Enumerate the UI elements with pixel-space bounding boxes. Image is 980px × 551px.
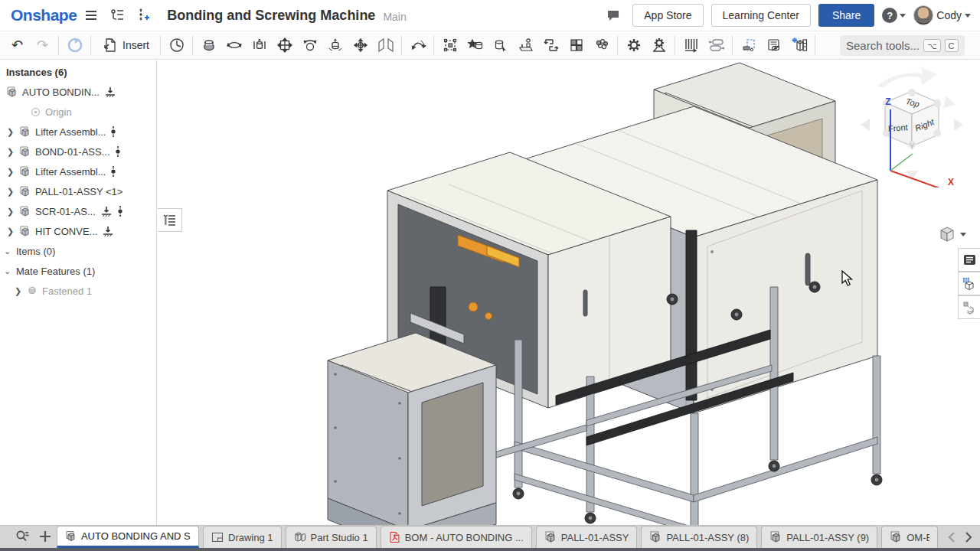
window-bottom-strip: [0, 548, 980, 551]
slider-mate-icon[interactable]: [247, 34, 272, 57]
help-menu[interactable]: ?: [882, 8, 906, 23]
in-context-icon[interactable]: [538, 34, 564, 57]
versions-icon[interactable]: [106, 4, 129, 27]
app-store-button[interactable]: App Store: [632, 4, 703, 27]
tab-pall-01-assy-9[interactable]: PALL-01-ASSY (9): [761, 526, 877, 548]
header: Onshape Bonding and Screwing Machine Mai…: [0, 0, 980, 31]
workspace-name[interactable]: Main: [383, 11, 406, 23]
assembly-icon: [19, 126, 31, 138]
expand-chevron-icon[interactable]: ❯: [6, 207, 15, 217]
axis-z-label: Z: [885, 96, 890, 107]
parallel-mate-icon[interactable]: [348, 34, 373, 57]
tab-assembly-main[interactable]: AUTO BONDING AND S...: [57, 526, 199, 548]
assembly-icon: [19, 226, 31, 237]
section-view-icon[interactable]: [736, 34, 761, 57]
help-caret-icon: [900, 14, 906, 18]
assembly-icon: [19, 166, 31, 178]
collapse-chevron-icon[interactable]: ⌄: [3, 266, 11, 276]
manage-gear-icon[interactable]: [621, 34, 646, 57]
fastened-mate-icon[interactable]: [196, 34, 221, 57]
view-mode-cube-icon: [939, 226, 956, 243]
mate-connector-icon: [110, 165, 116, 178]
instance-row-pall[interactable]: ❯ PALL-01-ASSY <1>: [0, 181, 156, 201]
tab-om-b[interactable]: OM-B: [881, 526, 938, 548]
revolute-mate-icon[interactable]: [221, 34, 247, 57]
mate-connector-icon: [110, 126, 116, 138]
expand-chevron-icon[interactable]: ❯: [6, 127, 15, 137]
instance-row-lifter-2[interactable]: ❯ Lifter Assembl...: [0, 161, 156, 181]
collapse-chevron-icon[interactable]: ⌄: [3, 246, 11, 256]
view-mode-button[interactable]: [939, 226, 966, 243]
update-icon[interactable]: [62, 34, 87, 57]
assembly-toolbar: ↶ ↷ Insert: [0, 31, 980, 60]
search-tabs-button[interactable]: [11, 526, 34, 547]
branch-icon[interactable]: [132, 4, 155, 27]
expand-chevron-icon[interactable]: ❯: [14, 286, 22, 296]
pattern-select-icon[interactable]: [488, 34, 513, 57]
configurations-icon[interactable]: [564, 34, 589, 57]
tabs-scroll-left-button[interactable]: [943, 528, 960, 546]
bom-table-icon[interactable]: [786, 34, 812, 57]
bom-panel-button[interactable]: [958, 272, 980, 295]
tab-pall-01-assy[interactable]: PALL-01-ASSY: [536, 526, 638, 548]
redo-icon[interactable]: ↷: [30, 34, 55, 57]
onshape-logo[interactable]: Onshape: [11, 6, 77, 24]
instance-row-bond[interactable]: ❯ BOND-01-ASS...: [0, 142, 156, 161]
group-icon[interactable]: [437, 34, 462, 57]
help-icon[interactable]: ?: [882, 8, 897, 23]
document-tab-bar: AUTO BONDING AND S... Drawing 1 Part Stu…: [0, 525, 980, 548]
tab-pall-01-assy-8[interactable]: PALL-01-ASSY (8): [641, 526, 757, 548]
instance-row-lifter-1[interactable]: ❯ Lifter Assembl...: [0, 122, 156, 142]
tab-bom-pdf[interactable]: BOM - AUTO BONDING ...: [381, 526, 532, 548]
cylindrical-mate-icon[interactable]: [322, 34, 348, 57]
origin-row[interactable]: Origin: [0, 102, 156, 122]
tab-drawing-1[interactable]: Drawing 1: [203, 526, 282, 548]
items-section[interactable]: ⌄ Items (0): [0, 241, 156, 261]
mate-feature-row[interactable]: ❯ Fastened 1: [0, 281, 156, 301]
simulation-icon[interactable]: [646, 34, 671, 57]
user-menu[interactable]: Cody: [913, 5, 971, 25]
learning-center-button[interactable]: Learning Center: [711, 4, 811, 27]
insertables-panel-button[interactable]: [958, 295, 980, 319]
expand-chevron-icon[interactable]: ❯: [6, 227, 15, 236]
instance-row-root[interactable]: AUTO BONDIN...: [0, 82, 156, 102]
planar-mate-icon[interactable]: [272, 34, 297, 57]
expand-chevron-icon[interactable]: ❯: [6, 167, 15, 177]
graphics-area[interactable]: Top Front Right Z X Y: [158, 60, 980, 525]
instances-panel-toggle[interactable]: [158, 208, 182, 232]
mate-relation-icon[interactable]: [405, 34, 430, 57]
ball-mate-icon[interactable]: [297, 34, 322, 57]
replicate-icon[interactable]: [462, 34, 488, 57]
toggle-instances-icon[interactable]: [704, 34, 729, 57]
mate-features-section[interactable]: ⌄ Mate Features (1): [0, 261, 156, 281]
undo-icon[interactable]: ↶: [5, 34, 30, 57]
comments-icon[interactable]: [602, 4, 625, 27]
tabs-scroll-right-button[interactable]: [960, 528, 977, 546]
share-button[interactable]: Share: [818, 4, 874, 27]
axis-x-label: X: [948, 177, 954, 187]
assembly-tab-icon: [769, 531, 782, 543]
view-cube[interactable]: Top Front Right Z X Y: [854, 65, 969, 187]
expand-chevron-icon[interactable]: ❯: [6, 147, 15, 157]
search-tools-input[interactable]: Search tools... ⌥ C: [840, 35, 965, 56]
create-tab-button[interactable]: [34, 526, 57, 547]
axis-y-label: Y: [910, 142, 915, 151]
avatar[interactable]: [913, 5, 933, 25]
hidden-instances-icon[interactable]: [761, 34, 786, 57]
expand-chevron-icon[interactable]: ❯: [6, 187, 15, 197]
document-title: Bonding and Screwing Machine: [167, 8, 375, 24]
instance-row-hit[interactable]: ❯ HIT CONVE...: [0, 221, 156, 241]
tangent-mate-icon[interactable]: [373, 34, 398, 57]
appearances-icon[interactable]: [589, 34, 614, 57]
named-positions-icon[interactable]: [513, 34, 538, 57]
fixed-icon: [104, 86, 116, 98]
shortcut-key-option: ⌥: [923, 39, 941, 52]
tab-part-studio-1[interactable]: Part Studio 1: [286, 526, 377, 548]
feature-list-panel-button[interactable]: [958, 248, 980, 272]
instance-row-scr[interactable]: ❯ SCR-01-AS...: [0, 201, 156, 221]
insert-label: Insert: [122, 39, 149, 51]
mate-icon[interactable]: [164, 34, 189, 57]
main-menu-icon[interactable]: [80, 4, 103, 27]
linear-pattern-icon[interactable]: [678, 34, 704, 57]
insert-button[interactable]: Insert: [94, 34, 157, 57]
